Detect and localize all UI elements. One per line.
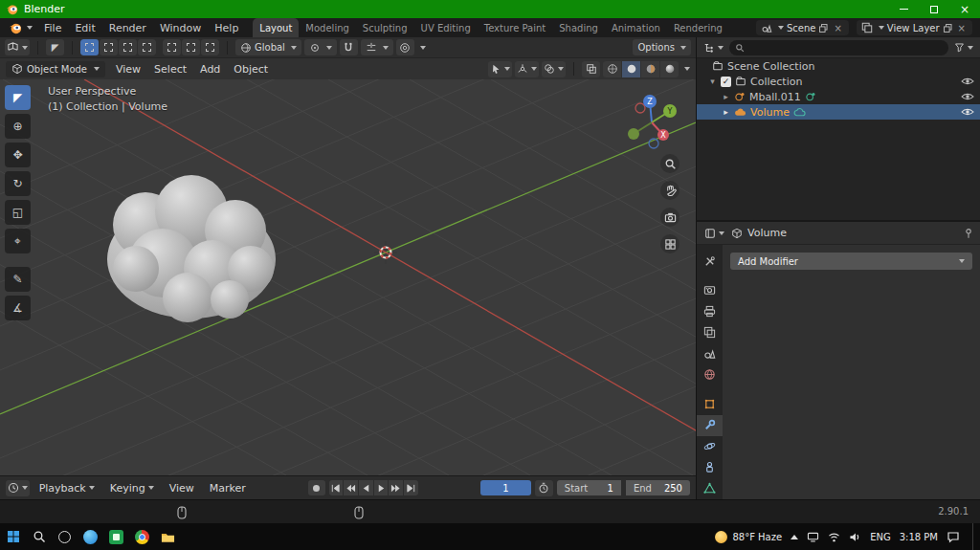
remove-view-layer-icon[interactable]: × xyxy=(956,23,968,33)
select-mode-intersect-button[interactable] xyxy=(163,39,181,55)
previous-keyframe-button[interactable] xyxy=(344,480,358,495)
disclosure-closed-icon[interactable]: ▸ xyxy=(722,107,730,117)
disclosure-open-icon[interactable]: ▾ xyxy=(708,77,717,86)
cortana-button[interactable] xyxy=(52,523,78,550)
tab-tool[interactable] xyxy=(697,251,723,272)
metaball-object[interactable] xyxy=(96,175,287,336)
select-option-button[interactable] xyxy=(182,39,200,55)
outliner-row-scene-collection[interactable]: Scene Collection xyxy=(697,58,980,74)
play-button[interactable] xyxy=(374,480,389,495)
auto-keying-button[interactable] xyxy=(308,480,325,495)
tray-expand-icon[interactable] xyxy=(791,535,798,539)
viewport-canvas[interactable]: Z Y X xyxy=(0,79,696,475)
edge-button[interactable] xyxy=(78,523,103,550)
tab-scene[interactable] xyxy=(697,343,723,364)
tab-physics[interactable] xyxy=(697,436,723,457)
snap-settings-dropdown[interactable] xyxy=(361,39,393,55)
select-mode-subtract-button[interactable] xyxy=(119,39,137,55)
show-desktop-button[interactable] xyxy=(972,523,976,550)
outliner-row-collection[interactable]: ▾ ✓ Collection xyxy=(697,74,980,89)
shading-wireframe-button[interactable] xyxy=(603,61,621,77)
green-app-button[interactable] xyxy=(103,523,129,550)
tab-world[interactable] xyxy=(697,364,723,385)
outliner-search-input[interactable] xyxy=(729,40,948,55)
new-view-layer-icon[interactable] xyxy=(943,23,953,33)
play-reverse-button[interactable] xyxy=(359,480,373,495)
active-tool-button[interactable]: ◤ xyxy=(46,39,64,55)
jump-to-end-button[interactable] xyxy=(404,480,418,495)
tab-constraints[interactable] xyxy=(697,457,723,478)
taskbar-search-button[interactable] xyxy=(26,523,52,550)
blender-app-menu-button[interactable] xyxy=(4,18,37,37)
file-explorer-button[interactable] xyxy=(155,523,181,550)
shading-material-button[interactable] xyxy=(641,61,659,77)
rotate-tool-button[interactable]: ↻ xyxy=(5,171,31,196)
timeline-menu-view[interactable]: View xyxy=(164,482,200,495)
zoom-button[interactable] xyxy=(660,154,679,173)
timeline-editor-type-button[interactable] xyxy=(6,480,30,496)
chrome-button[interactable] xyxy=(129,523,155,550)
unlink-scene-icon[interactable]: × xyxy=(832,23,843,33)
viewport-menu-add[interactable]: Add xyxy=(193,63,227,76)
gizmos-dropdown[interactable] xyxy=(515,61,539,77)
cursor-tool-button[interactable]: ⊕ xyxy=(5,114,31,139)
workspace-tab-modeling[interactable]: Modeling xyxy=(299,18,356,37)
new-scene-icon[interactable] xyxy=(818,23,829,33)
properties-editor-type-button[interactable] xyxy=(702,225,726,241)
workspace-tab-sculpting[interactable]: Sculpting xyxy=(356,18,414,37)
outliner-row-mball[interactable]: ▸ Mball.011 xyxy=(697,89,980,104)
transform-tool-button[interactable]: ⌖ xyxy=(5,229,31,253)
workspace-tab-rendering[interactable]: Rendering xyxy=(667,18,729,37)
action-center-icon[interactable] xyxy=(947,531,960,543)
language-indicator[interactable]: ENG xyxy=(870,532,891,542)
selectability-dropdown[interactable] xyxy=(488,61,512,77)
menu-file[interactable]: File xyxy=(37,18,68,37)
object-mode-dropdown[interactable]: Object Mode xyxy=(6,61,105,77)
shading-solid-button[interactable] xyxy=(622,61,640,77)
select-mode-invert-button[interactable] xyxy=(138,39,156,55)
shading-rendered-button[interactable] xyxy=(660,61,679,77)
tab-view-layer[interactable] xyxy=(697,322,723,343)
hide-eye-icon[interactable] xyxy=(961,107,974,117)
navigation-gizmo[interactable]: Z Y X xyxy=(620,91,685,156)
move-tool-button[interactable]: ✥ xyxy=(5,143,31,167)
select-mode-set-button[interactable] xyxy=(80,39,99,55)
current-frame-field[interactable]: 1 xyxy=(480,480,531,495)
menu-help[interactable]: Help xyxy=(208,18,245,37)
use-preview-range-button[interactable] xyxy=(535,480,553,496)
transform-orientation-dropdown[interactable]: Global xyxy=(235,39,301,55)
editor-type-button[interactable] xyxy=(5,39,30,55)
workspace-tab-uv-editing[interactable]: UV Editing xyxy=(414,18,478,37)
outliner-row-volume[interactable]: ▸ Volume xyxy=(697,104,980,120)
measure-tool-button[interactable]: ∡ xyxy=(5,296,31,320)
pan-button[interactable] xyxy=(660,181,679,200)
timeline-menu-playback[interactable]: Playback xyxy=(33,482,100,495)
select-mode-extend-button[interactable] xyxy=(100,39,118,55)
xray-toggle-button[interactable] xyxy=(582,61,600,77)
tab-object[interactable] xyxy=(697,394,723,415)
tab-modifiers[interactable] xyxy=(697,415,723,436)
workspace-tab-texture-paint[interactable]: Texture Paint xyxy=(478,18,553,37)
next-keyframe-button[interactable] xyxy=(389,480,403,495)
clock-time[interactable]: 3:18 PM xyxy=(900,532,938,542)
hide-eye-icon[interactable] xyxy=(961,77,974,86)
select-option-button-2[interactable] xyxy=(201,39,219,55)
view-layer-selector[interactable]: View Layer × xyxy=(857,20,972,35)
tab-render[interactable] xyxy=(697,280,723,301)
jump-to-start-button[interactable] xyxy=(329,480,344,495)
tab-output[interactable] xyxy=(697,301,723,322)
close-button[interactable]: × xyxy=(949,0,980,18)
scene-selector[interactable]: Scene × xyxy=(756,20,849,35)
start-button[interactable] xyxy=(0,523,26,550)
add-modifier-dropdown[interactable]: Add Modifier xyxy=(730,253,972,270)
pin-button[interactable] xyxy=(963,228,974,239)
collection-checkbox[interactable]: ✓ xyxy=(721,77,731,87)
frame-end-field[interactable]: End 250 xyxy=(626,480,690,495)
workspace-tab-shading[interactable]: Shading xyxy=(552,18,605,37)
snap-toggle-button[interactable] xyxy=(340,39,358,55)
menu-edit[interactable]: Edit xyxy=(68,18,101,37)
outliner-filter-button[interactable] xyxy=(952,39,975,55)
hide-eye-icon[interactable] xyxy=(961,92,974,101)
annotate-tool-button[interactable]: ✎ xyxy=(5,267,31,292)
tab-object-data[interactable] xyxy=(697,478,723,499)
